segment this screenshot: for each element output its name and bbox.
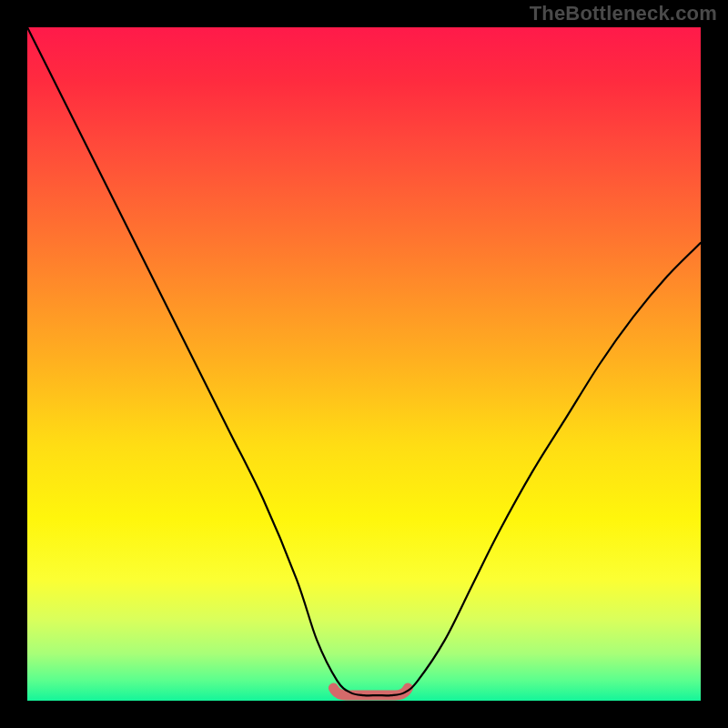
curve-svg <box>27 27 701 701</box>
watermark-text: TheBottleneck.com <box>530 2 717 25</box>
bottleneck-curve <box>27 27 701 695</box>
plot-area <box>27 27 701 701</box>
chart-frame: TheBottleneck.com <box>0 0 728 728</box>
